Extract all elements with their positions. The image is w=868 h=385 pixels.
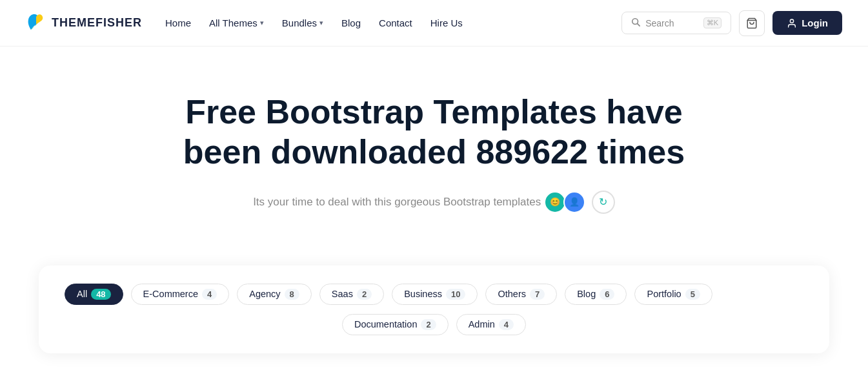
filter-count: 6: [600, 289, 614, 300]
filter-label: E-Commerce: [143, 289, 198, 299]
filter-label: Agency: [249, 289, 280, 299]
nav-link-bundles[interactable]: Bundles ▾: [282, 17, 323, 28]
avatar-2: 👤: [563, 191, 585, 213]
navbar-right: Search ⌘K Login: [621, 10, 842, 36]
nav-link-home[interactable]: Home: [165, 17, 191, 28]
filter-count: 4: [202, 289, 217, 300]
svg-point-3: [791, 19, 794, 23]
nav-item-home[interactable]: Home: [165, 17, 191, 28]
filter-tag-saas[interactable]: Saas2: [319, 284, 384, 305]
nav-item-contact[interactable]: Contact: [379, 17, 412, 28]
filter-label: Blog: [577, 289, 596, 299]
filter-label: Saas: [332, 289, 353, 299]
filter-tag-business[interactable]: Business10: [392, 284, 478, 305]
nav-link-blog[interactable]: Blog: [341, 17, 361, 28]
nav-item-hireus[interactable]: Hire Us: [430, 17, 463, 28]
login-button[interactable]: Login: [772, 11, 842, 35]
refresh-icon[interactable]: ↻: [592, 191, 615, 214]
navbar-left: THEMEFISHER Home All Themes ▾ Bundles ▾: [26, 12, 463, 35]
hero-title: Free Bootstrap Templates have been downl…: [176, 92, 692, 172]
filter-tag-portfolio[interactable]: Portfolio5: [634, 284, 712, 305]
nav-item-allthemes[interactable]: All Themes ▾: [209, 17, 264, 28]
hero-subtitle: Its your time to deal with this gorgeous…: [26, 185, 842, 214]
filter-tag-all[interactable]: All48: [65, 284, 123, 305]
search-box[interactable]: Search ⌘K: [621, 12, 731, 34]
nav-link-allthemes[interactable]: All Themes ▾: [209, 17, 264, 28]
avatar-1: 😊: [544, 191, 566, 213]
filter-count: 5: [685, 289, 700, 300]
filter-label: All: [77, 289, 87, 299]
svg-line-1: [638, 24, 640, 26]
hero-section: Free Bootstrap Templates have been downl…: [0, 47, 868, 265]
navbar: THEMEFISHER Home All Themes ▾ Bundles ▾: [0, 0, 868, 47]
filter-label: Others: [498, 289, 526, 299]
search-label: Search: [645, 18, 698, 28]
filter-tag-others[interactable]: Others7: [485, 284, 557, 305]
nav-links: Home All Themes ▾ Bundles ▾ Blog: [165, 17, 463, 28]
filter-label: Portfolio: [647, 289, 681, 299]
logo[interactable]: THEMEFISHER: [26, 12, 142, 35]
logo-icon: [26, 12, 46, 35]
filter-tag-blog[interactable]: Blog6: [565, 284, 627, 305]
logo-text: THEMEFISHER: [52, 16, 142, 30]
cart-icon: [746, 17, 758, 29]
filter-count: 7: [530, 289, 545, 300]
filter-label: Business: [404, 289, 442, 299]
nav-item-bundles[interactable]: Bundles ▾: [282, 17, 323, 28]
filter-row-1: All48E-Commerce4Agency8Saas2Business10Ot…: [65, 284, 803, 305]
filter-count: 4: [499, 319, 514, 330]
nav-link-contact[interactable]: Contact: [379, 17, 412, 28]
nav-link-hireus[interactable]: Hire Us: [430, 17, 463, 28]
cart-button[interactable]: [739, 10, 765, 36]
filter-count: 8: [285, 289, 299, 300]
avatar-group: 😊 👤 ↻: [544, 191, 615, 214]
filter-tag-agency[interactable]: Agency8: [237, 284, 312, 305]
filter-count: 48: [91, 289, 110, 300]
filter-label: Documentation: [354, 319, 418, 329]
filter-count: 2: [357, 289, 372, 300]
search-icon: [631, 17, 640, 28]
user-icon: [787, 18, 797, 28]
chevron-down-icon: ▾: [260, 19, 264, 27]
filter-label: Admin: [469, 319, 495, 329]
nav-item-blog[interactable]: Blog: [341, 17, 361, 28]
filter-count: 10: [446, 289, 465, 300]
filter-card: All48E-Commerce4Agency8Saas2Business10Ot…: [39, 265, 829, 353]
chevron-down-icon: ▾: [319, 19, 323, 27]
filter-count: 2: [421, 319, 436, 330]
filter-tag-documentation[interactable]: Documentation2: [342, 314, 449, 335]
search-kbd: ⌘K: [703, 17, 722, 28]
filter-tag-admin[interactable]: Admin4: [456, 314, 526, 335]
filter-row-2: Documentation2Admin4: [65, 314, 803, 335]
filter-tag-e-commerce[interactable]: E-Commerce4: [131, 284, 230, 305]
